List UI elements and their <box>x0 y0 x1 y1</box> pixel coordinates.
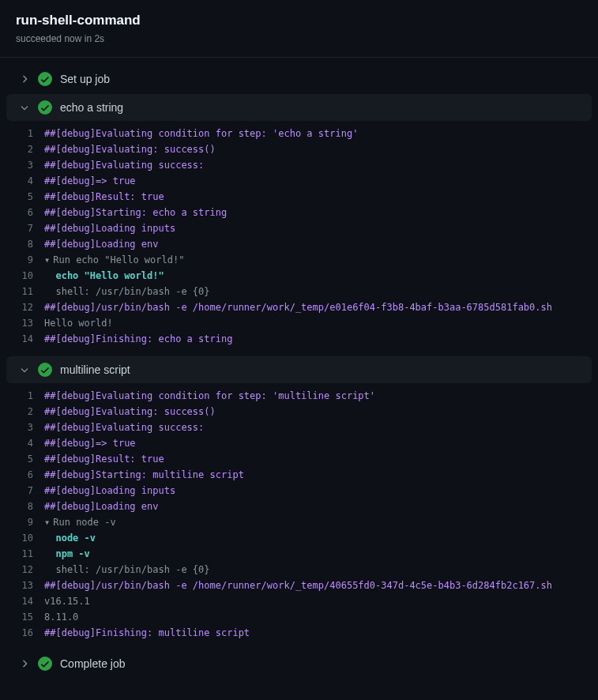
line-number: 6 <box>13 467 44 483</box>
log-line[interactable]: 14v16.15.1 <box>0 593 598 609</box>
line-content: ##[debug]Loading env <box>44 236 585 252</box>
line-content: ##[debug]Evaluating condition for step: … <box>44 126 585 141</box>
log-line[interactable]: 10 echo "Hello world!" <box>0 268 598 284</box>
caret-down-icon[interactable]: ▾ <box>44 514 50 530</box>
line-content: Hello world! <box>44 315 585 331</box>
log-line[interactable]: 1##[debug]Evaluating condition for step:… <box>0 388 598 404</box>
line-number: 8 <box>13 499 44 514</box>
line-number: 9 <box>13 252 44 268</box>
line-number: 12 <box>13 299 44 315</box>
line-number: 4 <box>13 173 44 189</box>
chevron-right-icon <box>19 658 30 669</box>
log-line[interactable]: 13Hello world! <box>0 315 598 331</box>
line-number: 12 <box>13 562 44 578</box>
line-content: ##[debug]Loading env <box>44 499 585 514</box>
line-content: v16.15.1 <box>44 593 585 609</box>
step-name: echo a string <box>60 101 123 114</box>
log-line[interactable]: 12 shell: /usr/bin/bash -e {0} <box>0 562 598 578</box>
line-number: 13 <box>13 578 44 593</box>
log-line[interactable]: 10 node -v <box>0 530 598 546</box>
line-content: 8.11.0 <box>44 609 585 625</box>
line-number: 9 <box>13 514 44 530</box>
line-content: ##[debug]Evaluating: success() <box>44 141 585 157</box>
line-content: ##[debug]Finishing: multiline script <box>44 625 585 641</box>
line-number: 11 <box>13 284 44 299</box>
svg-point-1 <box>38 100 52 115</box>
step-name: Set up job <box>60 73 110 85</box>
caret-down-icon[interactable]: ▾ <box>44 252 50 268</box>
log-line[interactable]: 5##[debug]Result: true <box>0 189 598 205</box>
line-content: ▾Run echo "Hello world!" <box>44 252 585 268</box>
log-line[interactable]: 7##[debug]Loading inputs <box>0 220 598 236</box>
svg-point-2 <box>38 363 52 377</box>
check-circle-icon <box>38 100 52 115</box>
log-line[interactable]: 12##[debug]/usr/bin/bash -e /home/runner… <box>0 299 598 315</box>
line-number: 11 <box>13 546 44 562</box>
line-content: ##[debug]=> true <box>44 435 585 451</box>
line-content: ▾Run node -v <box>44 514 585 530</box>
line-number: 15 <box>13 609 44 625</box>
line-number: 6 <box>13 205 44 220</box>
line-number: 5 <box>13 189 44 205</box>
step-header[interactable]: Set up job <box>6 66 592 92</box>
log-line[interactable]: 13##[debug]/usr/bin/bash -e /home/runner… <box>0 578 598 593</box>
line-number: 3 <box>13 157 44 173</box>
log-line[interactable]: 1##[debug]Evaluating condition for step:… <box>0 126 598 141</box>
log-line[interactable]: 6##[debug]Starting: echo a string <box>0 205 598 220</box>
line-content: ##[debug]=> true <box>44 173 585 189</box>
chevron-right-icon <box>19 73 30 85</box>
line-number: 8 <box>13 236 44 252</box>
line-content: echo "Hello world!" <box>44 268 585 284</box>
log-line[interactable]: 9▾Run echo "Hello world!" <box>0 252 598 268</box>
steps-list: Set up jobecho a string1##[debug]Evaluat… <box>0 58 598 691</box>
log-line[interactable]: 16##[debug]Finishing: multiline script <box>0 625 598 641</box>
line-content: ##[debug]/usr/bin/bash -e /home/runner/w… <box>44 578 585 593</box>
log-line[interactable]: 5##[debug]Result: true <box>0 451 598 467</box>
line-content: shell: /usr/bin/bash -e {0} <box>44 562 585 578</box>
line-content: ##[debug]Starting: echo a string <box>44 205 585 220</box>
line-content: ##[debug]Evaluating success: <box>44 420 585 435</box>
line-number: 7 <box>13 483 44 499</box>
line-number: 4 <box>13 435 44 451</box>
log-line[interactable]: 11 shell: /usr/bin/bash -e {0} <box>0 284 598 299</box>
step-header[interactable]: multiline script <box>6 356 592 383</box>
line-content: ##[debug]Evaluating success: <box>44 157 585 173</box>
log-line[interactable]: 8##[debug]Loading env <box>0 236 598 252</box>
log-line[interactable]: 8##[debug]Loading env <box>0 499 598 514</box>
line-number: 13 <box>13 315 44 331</box>
log-line[interactable]: 2##[debug]Evaluating: success() <box>0 404 598 420</box>
line-content: ##[debug]Evaluating: success() <box>44 404 585 420</box>
line-content: ##[debug]Evaluating condition for step: … <box>44 388 585 404</box>
check-circle-icon <box>38 363 52 377</box>
log-line[interactable]: 7##[debug]Loading inputs <box>0 483 598 499</box>
log-line[interactable]: 9▾Run node -v <box>0 514 598 530</box>
line-number: 2 <box>13 404 44 420</box>
step-name: Complete job <box>60 657 126 670</box>
step-header[interactable]: echo a string <box>6 94 592 121</box>
log-line[interactable]: 158.11.0 <box>0 609 598 625</box>
check-circle-icon <box>38 72 52 86</box>
log-line[interactable]: 4##[debug]=> true <box>0 435 598 451</box>
line-content: ##[debug]Starting: multiline script <box>44 467 585 483</box>
step-name: multiline script <box>60 363 130 376</box>
line-content: ##[debug]Result: true <box>44 189 585 205</box>
log-line[interactable]: 2##[debug]Evaluating: success() <box>0 141 598 157</box>
log-line[interactable]: 4##[debug]=> true <box>0 173 598 189</box>
log-line[interactable]: 3##[debug]Evaluating success: <box>0 157 598 173</box>
log-line[interactable]: 6##[debug]Starting: multiline script <box>0 467 598 483</box>
log-line[interactable]: 3##[debug]Evaluating success: <box>0 420 598 435</box>
log-line[interactable]: 11 npm -v <box>0 546 598 562</box>
line-number: 1 <box>13 388 44 404</box>
line-content: npm -v <box>44 546 585 562</box>
log-line[interactable]: 14##[debug]Finishing: echo a string <box>0 331 598 347</box>
line-number: 5 <box>13 451 44 467</box>
step-header[interactable]: Complete job <box>6 650 592 677</box>
job-header: run-shell-command succeeded now in 2s <box>0 0 598 58</box>
line-number: 14 <box>13 593 44 609</box>
line-content: ##[debug]Finishing: echo a string <box>44 331 585 347</box>
line-number: 7 <box>13 220 44 236</box>
job-title: run-shell-command <box>16 13 582 28</box>
log-block: 1##[debug]Evaluating condition for step:… <box>0 385 598 649</box>
job-status: succeeded now in 2s <box>16 33 582 44</box>
svg-point-0 <box>38 72 52 86</box>
